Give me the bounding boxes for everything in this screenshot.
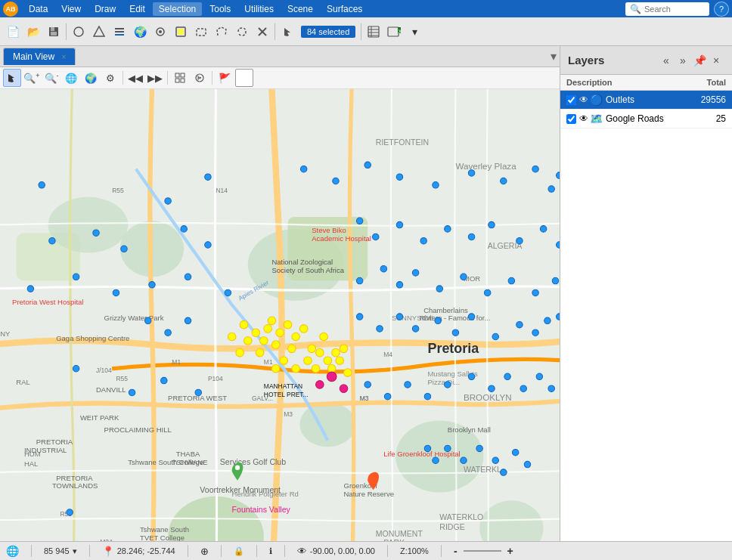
deselect-button[interactable] [253, 22, 272, 42]
info-icon-item[interactable]: ℹ [269, 546, 272, 556]
svg-point-167 [516, 238, 523, 244]
toggle-button[interactable] [69, 22, 88, 42]
table-view-button[interactable] [364, 22, 383, 42]
layers-collapse-button[interactable]: « [658, 52, 675, 69]
layers-expand-button[interactable]: » [675, 52, 691, 69]
border-button[interactable] [235, 69, 253, 87]
select-rect-button[interactable] [191, 22, 211, 42]
menu-draw[interactable]: Draw [88, 2, 122, 16]
zoom-out-status[interactable]: - [454, 545, 458, 557]
svg-point-225 [492, 457, 498, 463]
svg-point-206 [384, 394, 390, 400]
layer-outlets-icon: 🔵 [590, 94, 603, 106]
svg-point-202 [129, 389, 135, 395]
layer-row-outlets[interactable]: 👁 🔵 Outlets 29556 [560, 91, 732, 110]
new-button[interactable]: 📄 [3, 22, 23, 42]
svg-point-174 [185, 274, 191, 280]
menu-surfaces[interactable]: Surfaces [321, 2, 368, 16]
layer-roads-count: 25 [688, 113, 726, 124]
select-arrow-button[interactable] [3, 69, 21, 87]
svg-text:R55: R55 [112, 187, 124, 194]
layer-row-google-roads[interactable]: 👁 🗺️ Google Roads 25 [560, 110, 732, 128]
save-button[interactable] [44, 22, 64, 42]
add-button[interactable] [89, 22, 109, 42]
status-bar: 🌐 85 945 ▾ 📍 28.246; -25.744 ⊕ 🔒 ℹ 👁 -90… [0, 541, 732, 560]
svg-text:Riviera - Famous for...: Riviera - Famous for... [420, 314, 490, 322]
svg-text:Academic Hospital: Academic Hospital [312, 234, 371, 243]
tab-close-button[interactable]: × [61, 53, 66, 61]
basemap-button[interactable]: 🌍 [130, 22, 150, 42]
globe2-button[interactable]: 🌍 [82, 69, 100, 87]
eye-icon: 👁 [297, 546, 307, 557]
lock-icon-item[interactable]: 🔒 [234, 546, 244, 556]
snapping-icon-item[interactable]: ⊕ [200, 546, 209, 557]
search-box[interactable]: 🔍 [625, 2, 709, 16]
forward-button[interactable]: ▶▶ [146, 69, 164, 87]
svg-text:Chamberlains: Chamberlains [423, 306, 468, 314]
svg-text:RIDGE: RIDGE [439, 522, 464, 531]
svg-rect-5 [115, 34, 124, 36]
menu-scene[interactable]: Scene [281, 2, 319, 16]
open-button[interactable]: 📂 [23, 22, 43, 42]
zoom-out-button[interactable]: 🔍- [42, 69, 60, 87]
back-button[interactable]: ◀◀ [126, 69, 144, 87]
grid-button[interactable] [171, 69, 189, 87]
svg-point-128 [316, 348, 324, 357]
layer-roads-eye[interactable]: 👁 [579, 113, 588, 124]
layer-outlets-checkbox[interactable] [566, 95, 576, 105]
layers-toggle[interactable] [110, 22, 129, 42]
zoom-in-status[interactable]: + [507, 545, 513, 557]
globe-button[interactable]: 🌐 [62, 69, 80, 87]
help-button[interactable]: ? [714, 2, 729, 17]
zoom-in-button[interactable]: 🔍+ [23, 69, 41, 87]
menu-view[interactable]: View [55, 2, 87, 16]
layers-close-button[interactable]: × [708, 52, 724, 69]
main-view-tab[interactable]: Main View × [3, 48, 76, 65]
more-options-button[interactable]: ▾ [405, 22, 424, 42]
status-sep-2 [89, 545, 90, 557]
svg-text:WEIT PARK: WEIT PARK [80, 413, 119, 422]
highlight-button[interactable] [171, 22, 191, 42]
svg-point-189 [356, 314, 362, 320]
layer-outlets-eye[interactable]: 👁 [579, 94, 588, 105]
swipe-button[interactable] [191, 69, 209, 87]
select-tool-button[interactable] [278, 22, 297, 42]
svg-text:M1: M1 [264, 358, 273, 366]
menu-utilities[interactable]: Utilities [238, 2, 280, 16]
svg-text:Steve Biko: Steve Biko [312, 226, 346, 234]
settings-button[interactable]: ⚙ [101, 69, 119, 87]
layer-roads-checkbox[interactable] [566, 114, 576, 124]
svg-text:Pizza Di...: Pizza Di... [427, 378, 460, 386]
layer-roads-icon: 🗺️ [590, 113, 603, 125]
svg-point-153 [548, 186, 554, 192]
coordinates-display: 📍 28.246; -25.744 [102, 546, 175, 557]
svg-point-226 [501, 469, 507, 475]
eye-icon-item[interactable]: 👁 -90.00, 0.00, 0.00 [297, 546, 375, 557]
svg-point-132 [327, 364, 336, 373]
svg-marker-4 [94, 26, 104, 36]
map-view[interactable]: Waverley Plaza RIETFONTEIN ALGERIA MOR N… [0, 89, 560, 541]
export-button[interactable]: X [384, 22, 404, 42]
layers-pin-button[interactable]: 📌 [691, 52, 708, 69]
menu-edit[interactable]: Edit [123, 2, 151, 16]
menu-tools[interactable]: Tools [203, 2, 237, 16]
user-avatar[interactable]: AB [3, 2, 18, 17]
svg-point-213 [520, 385, 526, 391]
scale-dropdown[interactable]: ▾ [73, 546, 77, 556]
menu-data[interactable]: Data [23, 2, 54, 16]
locate-button[interactable] [150, 22, 170, 42]
tab-dropdown[interactable]: ▾ [551, 49, 557, 63]
svg-text:PROCLAIMING HILL: PROCLAIMING HILL [104, 425, 172, 434]
svg-point-117 [271, 341, 280, 349]
bookmark-button[interactable]: 🚩 [216, 69, 234, 87]
search-input[interactable] [644, 5, 705, 14]
select-lasso-button[interactable] [232, 22, 252, 42]
scale-display[interactable]: 85 945 ▾ [44, 546, 77, 556]
select-poly-button[interactable] [212, 22, 231, 42]
svg-text:HAL: HAL [24, 459, 38, 468]
svg-point-155 [49, 238, 55, 244]
svg-point-139 [240, 320, 248, 329]
menu-selection[interactable]: Selection [153, 2, 202, 16]
svg-rect-25 [175, 79, 179, 82]
map-svg: Waverley Plaza RIETFONTEIN ALGERIA MOR N… [0, 89, 560, 541]
